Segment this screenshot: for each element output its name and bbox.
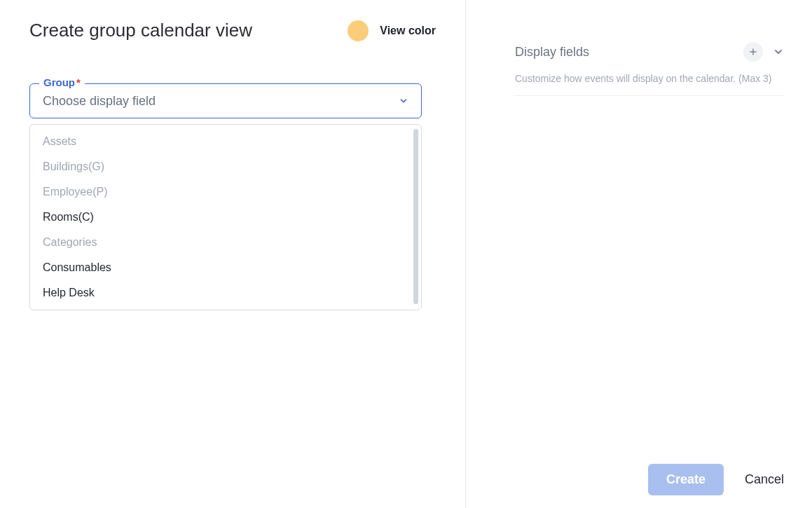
color-swatch[interactable] — [347, 20, 369, 41]
group-option: Buildings(G) — [30, 154, 421, 179]
group-field-legend-text: Group — [43, 76, 75, 88]
display-fields-header: Display fields — [515, 42, 784, 66]
right-pane: Display fields Customize how events will… — [466, 0, 812, 508]
group-option[interactable]: Rooms(C) — [30, 205, 421, 230]
add-display-field-button[interactable] — [743, 42, 763, 62]
scrollbar[interactable] — [413, 129, 418, 306]
required-indicator: * — [76, 76, 81, 88]
group-option[interactable]: Help Desk — [30, 280, 421, 306]
group-select-placeholder: Choose display field — [43, 94, 156, 109]
create-button[interactable]: Create — [648, 464, 724, 495]
group-dropdown: AssetsBuildings(G)Employee(P)Rooms(C)Cat… — [29, 124, 422, 310]
left-pane: Create group calendar view View color Gr… — [0, 0, 466, 508]
group-option[interactable]: Consumables — [30, 255, 421, 280]
group-option: Categories — [30, 230, 421, 255]
header-row: Create group calendar view View color — [29, 20, 436, 41]
chevron-down-icon — [399, 96, 408, 106]
cancel-button[interactable]: Cancel — [745, 472, 784, 487]
view-color-label: View color — [380, 25, 436, 37]
group-dropdown-list: AssetsBuildings(G)Employee(P)Rooms(C)Cat… — [30, 129, 421, 306]
footer-actions: Create Cancel — [648, 464, 784, 495]
toggle-display-fields-icon[interactable] — [773, 46, 784, 57]
display-fields-subtitle: Customize how events will display on the… — [515, 73, 784, 96]
group-field-legend: Group * — [39, 76, 85, 88]
group-select[interactable]: Choose display field — [29, 83, 422, 118]
scrollbar-thumb[interactable] — [413, 129, 418, 304]
group-field: Group * Choose display field AssetsBuild… — [29, 83, 436, 310]
group-option: Assets — [30, 129, 421, 154]
group-option: Employee(P) — [30, 179, 421, 205]
display-fields-title: Display fields — [515, 45, 589, 60]
view-color[interactable]: View color — [347, 20, 436, 41]
page-title: Create group calendar view — [29, 20, 252, 41]
display-fields-actions — [743, 42, 784, 62]
